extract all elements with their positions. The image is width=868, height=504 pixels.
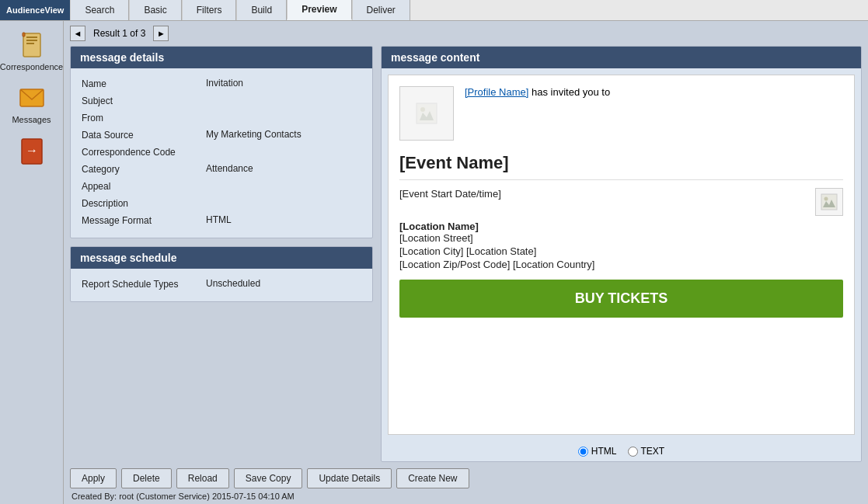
field-appeal: Appeal	[82, 179, 361, 196]
location-city-state: [Location City] [Location State]	[399, 245, 843, 257]
right-panel: message content [Profile Name] has	[381, 46, 862, 462]
update-details-button[interactable]: Update Details	[307, 468, 392, 488]
message-schedule-header: message schedule	[71, 247, 372, 269]
svg-point-11	[824, 197, 828, 201]
left-panel: message details Name Invitation Subject …	[70, 46, 373, 462]
message-schedule-card: message schedule Report Schedule Types U…	[70, 246, 373, 302]
event-image-icon	[815, 188, 843, 216]
reload-button[interactable]: Reload	[176, 468, 229, 488]
field-msgformat: Message Format HTML	[82, 213, 361, 230]
event-date: [Event Start Date/time]	[399, 188, 501, 200]
sidebar-item-messages-label: Messages	[12, 115, 51, 124]
sidebar-item-correspondence[interactable]: Correspondence	[0, 25, 63, 78]
panels-row: message details Name Invitation Subject …	[64, 46, 868, 462]
prev-result-button[interactable]: ◄	[70, 26, 85, 41]
tab-search[interactable]: Search	[70, 0, 129, 20]
profile-name-link[interactable]: [Profile Name]	[465, 86, 528, 98]
field-subject: Subject	[82, 93, 361, 110]
field-datasource-value: My Marketing Contacts	[206, 129, 302, 140]
app-logo: AudienceView	[0, 0, 70, 20]
svg-rect-4	[23, 33, 25, 36]
svg-point-9	[420, 107, 425, 112]
email-invite-text: [Profile Name] has invited you to	[465, 86, 610, 98]
sidebar-item-messages[interactable]: Messages	[0, 78, 63, 130]
tab-build[interactable]: Build	[236, 0, 287, 20]
location-name: [Location Name]	[399, 221, 843, 232]
top-nav-bar: AudienceView Search Basic Filters Build …	[0, 0, 868, 21]
field-datasource: Data Source My Marketing Contacts	[82, 127, 361, 144]
location-street: [Location Street]	[399, 232, 843, 244]
text-format-label: TEXT	[641, 446, 665, 457]
html-radio[interactable]	[578, 447, 588, 457]
message-schedule-body: Report Schedule Types Unscheduled	[71, 269, 372, 301]
field-from-label: From	[82, 112, 206, 123]
message-details-card: message details Name Invitation Subject …	[70, 46, 373, 238]
save-copy-button[interactable]: Save Copy	[234, 468, 303, 488]
exit-icon: →	[17, 137, 47, 166]
invite-text: has invited you to	[528, 86, 610, 98]
next-result-button[interactable]: ►	[153, 26, 169, 41]
field-category-label: Category	[82, 163, 206, 175]
field-schedule-types: Report Schedule Types Unscheduled	[82, 276, 361, 294]
delete-button[interactable]: Delete	[121, 468, 172, 488]
format-toggle-row: HTML TEXT	[382, 441, 861, 461]
result-bar: ◄ Result 1 of 3 ►	[64, 21, 868, 46]
field-appeal-label: Appeal	[82, 180, 206, 192]
email-preview-body: [Profile Name] has invited you to [Event…	[388, 75, 855, 435]
apply-button[interactable]: Apply	[70, 468, 117, 488]
created-by-info: Created By: root (Customer Service) 2015…	[70, 492, 862, 501]
field-description-label: Description	[82, 197, 206, 209]
bottom-buttons: Apply Delete Reload Save Copy Update Det…	[70, 468, 862, 488]
field-from: From	[82, 110, 361, 127]
tab-basic[interactable]: Basic	[129, 0, 181, 20]
field-corrcode-label: Correspondence Code	[82, 146, 206, 158]
correspondence-icon	[17, 31, 47, 61]
buy-tickets-button[interactable]: BUY TICKETS	[399, 280, 843, 318]
message-content-header: message content	[382, 47, 861, 68]
message-details-header: message details	[71, 47, 372, 68]
field-schedule-types-label: Report Schedule Types	[82, 278, 206, 290]
message-details-body: Name Invitation Subject From Data Source…	[71, 68, 372, 238]
sidebar: Correspondence Messages →	[0, 21, 64, 504]
result-text: Result 1 of 3	[89, 28, 150, 39]
html-format-option[interactable]: HTML	[578, 446, 617, 457]
field-name-label: Name	[82, 78, 206, 89]
field-name: Name Invitation	[82, 76, 361, 93]
svg-text:→: →	[26, 144, 38, 157]
field-datasource-label: Data Source	[82, 129, 206, 141]
svg-rect-2	[26, 40, 37, 41]
email-thumbnail	[399, 86, 454, 141]
email-header-row: [Profile Name] has invited you to	[399, 86, 843, 141]
field-msgformat-label: Message Format	[82, 214, 206, 226]
field-category-value: Attendance	[206, 163, 253, 174]
html-format-label: HTML	[591, 446, 617, 457]
text-radio[interactable]	[628, 447, 638, 457]
field-description: Description	[82, 196, 361, 213]
create-new-button[interactable]: Create New	[396, 468, 469, 488]
location-zip-country: [Location Zip/Post Code] [Location Count…	[399, 259, 843, 270]
main-content: ◄ Result 1 of 3 ► message details Name I…	[64, 21, 868, 504]
tab-filters[interactable]: Filters	[182, 0, 237, 20]
message-content-card: message content [Profile Name] has	[381, 46, 862, 462]
field-msgformat-value: HTML	[206, 214, 232, 225]
field-corrcode: Correspondence Code	[82, 144, 361, 162]
field-category: Category Attendance	[82, 162, 361, 179]
svg-rect-1	[26, 36, 37, 38]
sidebar-item-correspondence-label: Correspondence	[0, 62, 63, 71]
sidebar-item-exit[interactable]: →	[0, 130, 63, 172]
field-subject-label: Subject	[82, 95, 206, 106]
tab-deliver[interactable]: Deliver	[352, 0, 410, 20]
bottom-bar: Apply Delete Reload Save Copy Update Det…	[64, 462, 868, 504]
messages-icon	[17, 84, 47, 113]
tab-preview[interactable]: Preview	[287, 0, 351, 20]
text-format-option[interactable]: TEXT	[628, 446, 665, 457]
event-details-row: [Event Start Date/time]	[399, 188, 843, 216]
field-schedule-types-value: Unscheduled	[206, 278, 260, 289]
field-name-value: Invitation	[206, 78, 243, 89]
svg-rect-8	[417, 103, 437, 123]
svg-rect-3	[26, 43, 34, 44]
event-name: [Event Name]	[399, 153, 843, 180]
